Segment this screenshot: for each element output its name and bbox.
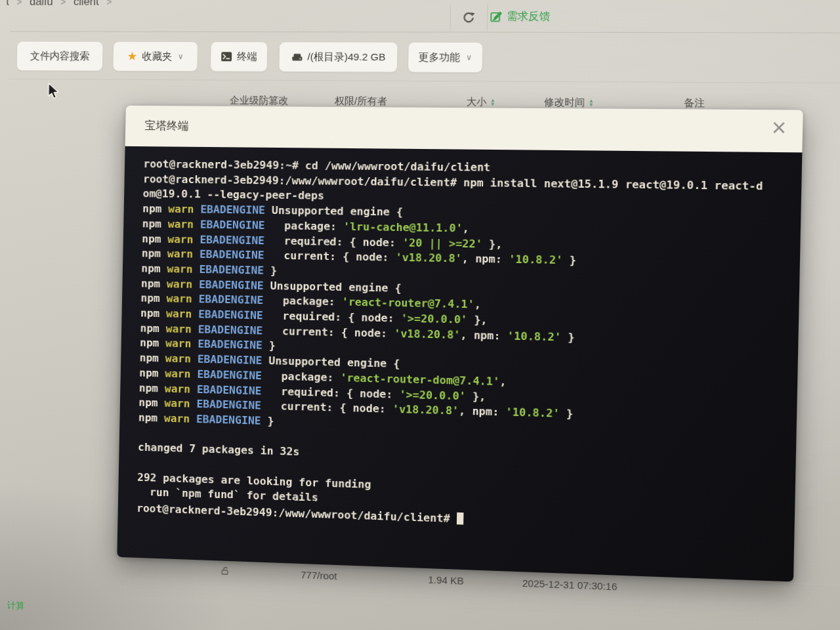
terminal-text-segment: EBADENGINE (190, 368, 262, 382)
refresh-icon (461, 10, 476, 26)
terminal-text-segment: npm (140, 337, 165, 350)
terminal-text-segment: warn (168, 203, 194, 216)
terminal-text-segment: '10.8.2' (509, 253, 563, 266)
screen: t > daifu > client > 需求反馈 文件内容搜索 ★ 收藏夹 ∨ (0, 0, 840, 630)
breadcrumb-separator-icon: > (16, 0, 22, 7)
sort-arrows-icon[interactable]: ▲▼ (490, 98, 495, 106)
terminal-text-segment: }, (482, 238, 503, 251)
terminal-text-segment: 'lru-cache@11.1.0' (343, 220, 463, 234)
terminal-text-segment: warn (166, 322, 192, 335)
terminal-text-segment: EBADENGINE (190, 398, 261, 412)
disk-usage-button[interactable]: /(根目录)49.2 GB (278, 41, 398, 72)
terminal-text-segment: warn (164, 412, 190, 425)
terminal-text-segment: npm (142, 247, 167, 261)
terminal-text-segment: '10.8.2' (507, 329, 562, 343)
terminal-text-segment: npm (142, 217, 168, 230)
terminal-text-segment: '20 || >=22' (402, 236, 482, 250)
terminal-text-segment: EBADENGINE (190, 413, 261, 427)
close-icon[interactable]: × (770, 118, 788, 137)
terminal-text-segment: required: { node: (264, 234, 402, 249)
terminal-output[interactable]: root@racknerd-3eb2949:~# cd /www/wwwroot… (117, 146, 802, 582)
disk-icon (291, 51, 303, 62)
terminal-text-segment: Unsupported engine { (264, 279, 402, 294)
breadcrumb-item-client[interactable]: client (74, 0, 99, 9)
terminal-modal-header[interactable]: 宝塔终端 × (125, 106, 803, 153)
terminal-text-segment: 'v18.20.8' (394, 327, 461, 341)
terminal-text-segment: npm (141, 262, 167, 275)
terminal-text-segment: , npm: (462, 252, 509, 266)
file-size: 1.94 KB (428, 574, 464, 586)
terminal-text-segment: warn (166, 307, 192, 320)
terminal-text-segment: npm (140, 352, 165, 365)
terminal-text-segment: EBADENGINE (193, 233, 264, 247)
file-content-search-label: 文件内容搜索 (30, 49, 90, 63)
terminal-text-segment: EBADENGINE (192, 308, 263, 322)
terminal-text-segment: warn (167, 278, 193, 291)
terminal-text-segment: npm (142, 232, 167, 245)
terminal-text-segment: }, (467, 313, 488, 326)
terminal-text-segment: npm (140, 292, 166, 305)
terminal-text-segment: , (474, 298, 482, 311)
terminal-text-segment: warn (167, 262, 193, 276)
feedback-button[interactable]: 需求反馈 (489, 10, 550, 24)
protection-status: 未保护 (220, 566, 229, 576)
favorites-button[interactable]: ★ 收藏夹 ∨ (112, 41, 198, 72)
terminal-label: 终端 (237, 50, 257, 64)
terminal-text-segment: '>=20.0.0' (399, 388, 466, 402)
disk-usage-label: /(根目录)49.2 GB (307, 50, 385, 64)
terminal-text-segment: warn (166, 292, 192, 305)
terminal-text-segment: current: { node: (261, 400, 392, 416)
terminal-text-segment: warn (165, 337, 192, 350)
terminal-text-segment: } (559, 407, 573, 420)
permissions-owner: 777/root (301, 569, 337, 581)
mouse-cursor-icon (45, 81, 62, 101)
chevron-down-icon: ∨ (178, 52, 184, 61)
terminal-text-segment: } (261, 415, 274, 428)
column-header-permissions: 权限/所有者 (335, 95, 387, 108)
terminal-text-segment: , (499, 375, 507, 388)
terminal-text-segment: 'v18.20.8' (395, 251, 462, 265)
breadcrumb-item[interactable]: t (6, 0, 9, 9)
terminal-icon (220, 51, 232, 62)
terminal-text-segment: EBADENGINE (192, 293, 264, 306)
terminal-text-segment: npm (140, 322, 165, 335)
terminal-text-segment: npm (138, 396, 164, 410)
column-header-note: 备注 (684, 97, 705, 110)
terminal-text-segment: } (264, 264, 277, 277)
terminal-text-segment: npm (142, 202, 168, 215)
sort-arrows-icon[interactable]: ▲▼ (589, 98, 594, 106)
file-content-search-button[interactable]: 文件内容搜索 (16, 41, 104, 71)
terminal-text-segment: warn (165, 367, 191, 380)
terminal-text-segment: warn (167, 232, 194, 245)
column-header-label: 备注 (684, 97, 705, 110)
terminal-text-segment: EBADENGINE (192, 323, 263, 337)
column-header-label: 企业级防篡改 (230, 94, 289, 108)
terminal-text-segment: npm (141, 277, 167, 290)
column-header-label: 权限/所有者 (335, 95, 387, 108)
terminal-text-segment: warn (167, 247, 194, 261)
star-icon: ★ (127, 51, 137, 62)
more-functions-button[interactable]: 更多功能 ∨ (408, 42, 483, 73)
breadcrumb: t > daifu > client > (6, 0, 112, 9)
terminal-text-segment: om@19.0.1 --legacy-peer-deps (142, 188, 324, 203)
breadcrumb-separator-icon: > (106, 0, 112, 7)
terminal-text-segment: npm (139, 381, 165, 394)
calculate-link[interactable]: 计算 (7, 600, 25, 612)
terminal-text-segment: npm (138, 411, 164, 425)
terminal-text-segment: EBADENGINE (193, 263, 264, 277)
feedback-icon (489, 10, 503, 24)
terminal-text-segment: npm (139, 366, 165, 379)
terminal-modal: 宝塔终端 × root@racknerd-3eb2949:~# cd /www/… (117, 106, 803, 582)
column-header-size[interactable]: 大小 ▲▼ (467, 96, 495, 109)
breadcrumb-item-daifu[interactable]: daifu (30, 0, 53, 9)
terminal-text-segment: current: { node: (262, 324, 394, 340)
column-header-modified-time[interactable]: 修改时间 ▲▼ (544, 96, 594, 109)
refresh-button[interactable] (450, 5, 488, 32)
terminal-text-segment: , (463, 222, 470, 235)
terminal-button[interactable]: 终端 (210, 41, 268, 72)
terminal-text-segment: root@racknerd-3eb2949:~# cd /www/wwwroot… (143, 158, 490, 174)
terminal-text-segment: '>=20.0.0' (401, 312, 468, 326)
terminal-text-segment: 'react-router-dom@7.4.1' (340, 371, 499, 388)
column-header-tamper-proof: 企业级防篡改 (230, 94, 289, 108)
terminal-text-segment: 'v18.20.8' (392, 403, 459, 417)
